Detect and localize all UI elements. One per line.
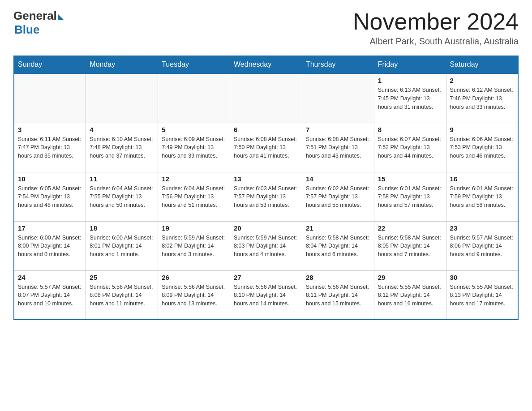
day-number: 24 [18,274,82,281]
header-saturday: Saturday [446,56,518,74]
day-cell: 14Sunrise: 6:02 AM Sunset: 7:57 PM Dayli… [302,172,374,221]
day-number: 25 [90,274,154,281]
day-cell: 30Sunrise: 5:55 AM Sunset: 8:13 PM Dayli… [446,270,518,320]
day-number: 6 [234,126,298,133]
day-info: Sunrise: 6:00 AM Sunset: 8:01 PM Dayligh… [90,234,154,259]
day-cell: 5Sunrise: 6:09 AM Sunset: 7:49 PM Daylig… [158,123,230,172]
day-number: 18 [90,224,154,232]
day-info: Sunrise: 6:02 AM Sunset: 7:57 PM Dayligh… [306,184,370,210]
header-friday: Friday [374,56,446,74]
day-number: 9 [450,126,514,133]
day-info: Sunrise: 5:56 AM Sunset: 8:09 PM Dayligh… [162,283,226,308]
day-cell: 13Sunrise: 6:03 AM Sunset: 7:57 PM Dayli… [230,172,302,221]
day-number: 26 [162,274,226,281]
day-info: Sunrise: 5:55 AM Sunset: 8:12 PM Dayligh… [378,283,442,308]
page-header: General Blue November 2024 Albert Park, … [13,9,519,47]
day-cell: 28Sunrise: 5:56 AM Sunset: 8:11 PM Dayli… [302,270,374,320]
title-block: November 2024 Albert Park, South Austral… [353,9,519,47]
calendar-table: SundayMondayTuesdayWednesdayThursdayFrid… [13,56,519,320]
day-number: 21 [306,224,370,232]
day-info: Sunrise: 6:03 AM Sunset: 7:57 PM Dayligh… [234,184,298,210]
day-info: Sunrise: 5:58 AM Sunset: 8:05 PM Dayligh… [378,234,442,259]
day-number: 14 [306,175,370,183]
day-number: 12 [162,175,226,183]
calendar-location: Albert Park, South Australia, Australia [353,36,519,47]
day-cell [302,73,374,123]
day-cell: 9Sunrise: 6:06 AM Sunset: 7:53 PM Daylig… [446,123,518,172]
day-number: 8 [378,126,442,133]
day-cell: 18Sunrise: 6:00 AM Sunset: 8:01 PM Dayli… [86,221,158,270]
day-cell [14,73,86,123]
day-info: Sunrise: 5:58 AM Sunset: 8:04 PM Dayligh… [306,234,370,259]
day-info: Sunrise: 6:12 AM Sunset: 7:46 PM Dayligh… [450,86,514,111]
day-number: 17 [18,224,82,232]
day-cell: 19Sunrise: 5:59 AM Sunset: 8:02 PM Dayli… [158,221,230,270]
day-cell: 6Sunrise: 6:08 AM Sunset: 7:50 PM Daylig… [230,123,302,172]
day-number: 7 [306,126,370,133]
day-cell: 20Sunrise: 5:59 AM Sunset: 8:03 PM Dayli… [230,221,302,270]
day-number: 1 [378,77,442,84]
day-number: 29 [378,274,442,281]
header-sunday: Sunday [14,56,86,74]
logo: General Blue [13,9,64,37]
logo-blue-text: Blue [14,23,39,37]
header-tuesday: Tuesday [158,56,230,74]
day-cell: 21Sunrise: 5:58 AM Sunset: 8:04 PM Dayli… [302,221,374,270]
day-info: Sunrise: 5:56 AM Sunset: 8:10 PM Dayligh… [234,283,298,308]
logo-general-text: General [13,9,57,23]
day-cell: 23Sunrise: 5:57 AM Sunset: 8:06 PM Dayli… [446,221,518,270]
day-number: 30 [450,274,514,281]
day-info: Sunrise: 6:04 AM Sunset: 7:55 PM Dayligh… [90,184,154,210]
day-number: 27 [234,274,298,281]
day-cell: 26Sunrise: 5:56 AM Sunset: 8:09 PM Dayli… [158,270,230,320]
day-cell: 17Sunrise: 6:00 AM Sunset: 8:00 PM Dayli… [14,221,86,270]
day-cell: 11Sunrise: 6:04 AM Sunset: 7:55 PM Dayli… [86,172,158,221]
header-wednesday: Wednesday [230,56,302,74]
day-number: 20 [234,224,298,232]
day-info: Sunrise: 6:10 AM Sunset: 7:48 PM Dayligh… [90,135,154,160]
day-cell: 7Sunrise: 6:08 AM Sunset: 7:51 PM Daylig… [302,123,374,172]
day-number: 5 [162,126,226,133]
day-number: 13 [234,175,298,183]
day-cell [86,73,158,123]
day-cell: 22Sunrise: 5:58 AM Sunset: 8:05 PM Dayli… [374,221,446,270]
day-info: Sunrise: 6:07 AM Sunset: 7:52 PM Dayligh… [378,135,442,160]
day-info: Sunrise: 6:13 AM Sunset: 7:45 PM Dayligh… [378,86,442,111]
week-row-2: 3Sunrise: 6:11 AM Sunset: 7:47 PM Daylig… [14,123,518,172]
week-row-4: 17Sunrise: 6:00 AM Sunset: 8:00 PM Dayli… [14,221,518,270]
day-number: 22 [378,224,442,232]
day-info: Sunrise: 6:05 AM Sunset: 7:54 PM Dayligh… [18,184,82,210]
day-number: 15 [378,175,442,183]
day-number: 19 [162,224,226,232]
day-cell: 25Sunrise: 5:56 AM Sunset: 8:08 PM Dayli… [86,270,158,320]
day-cell: 27Sunrise: 5:56 AM Sunset: 8:10 PM Dayli… [230,270,302,320]
day-info: Sunrise: 6:01 AM Sunset: 7:58 PM Dayligh… [378,184,442,210]
day-number: 3 [18,126,82,133]
day-cell: 16Sunrise: 6:01 AM Sunset: 7:59 PM Dayli… [446,172,518,221]
day-info: Sunrise: 5:56 AM Sunset: 8:11 PM Dayligh… [306,283,370,308]
day-info: Sunrise: 5:59 AM Sunset: 8:02 PM Dayligh… [162,234,226,259]
week-row-1: 1Sunrise: 6:13 AM Sunset: 7:45 PM Daylig… [14,73,518,123]
day-cell: 2Sunrise: 6:12 AM Sunset: 7:46 PM Daylig… [446,73,518,123]
day-number: 16 [450,175,514,183]
day-number: 11 [90,175,154,183]
day-cell [230,73,302,123]
day-number: 28 [306,274,370,281]
day-info: Sunrise: 5:59 AM Sunset: 8:03 PM Dayligh… [234,234,298,259]
day-info: Sunrise: 6:04 AM Sunset: 7:56 PM Dayligh… [162,184,226,210]
day-number: 2 [450,77,514,84]
day-cell: 29Sunrise: 5:55 AM Sunset: 8:12 PM Dayli… [374,270,446,320]
calendar-title: November 2024 [353,9,519,34]
header-monday: Monday [86,56,158,74]
day-cell: 4Sunrise: 6:10 AM Sunset: 7:48 PM Daylig… [86,123,158,172]
day-info: Sunrise: 6:00 AM Sunset: 8:00 PM Dayligh… [18,234,82,259]
header-thursday: Thursday [302,56,374,74]
day-cell: 1Sunrise: 6:13 AM Sunset: 7:45 PM Daylig… [374,73,446,123]
day-cell: 24Sunrise: 5:57 AM Sunset: 8:07 PM Dayli… [14,270,86,320]
calendar-header-row: SundayMondayTuesdayWednesdayThursdayFrid… [14,56,518,74]
day-cell: 15Sunrise: 6:01 AM Sunset: 7:58 PM Dayli… [374,172,446,221]
day-cell: 12Sunrise: 6:04 AM Sunset: 7:56 PM Dayli… [158,172,230,221]
day-info: Sunrise: 5:55 AM Sunset: 8:13 PM Dayligh… [450,283,514,308]
day-number: 4 [90,126,154,133]
day-info: Sunrise: 6:01 AM Sunset: 7:59 PM Dayligh… [450,184,514,210]
